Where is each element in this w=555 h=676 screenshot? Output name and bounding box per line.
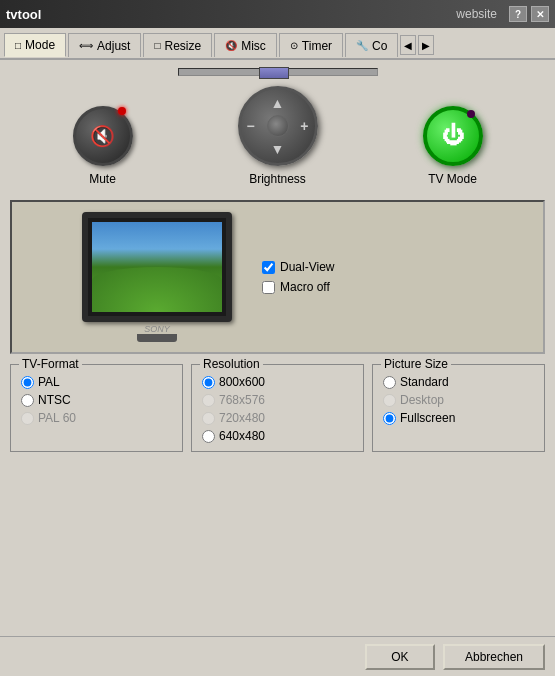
dpad-middle-row: − + [247,115,309,137]
slider-thumb[interactable] [259,67,289,79]
tv-format-pal-radio[interactable] [21,376,34,389]
dual-view-option: Dual-View [262,260,334,274]
tvmode-button[interactable]: ⏻ [423,106,483,166]
size-standard: Standard [383,375,534,389]
tab-misc-label: Misc [241,39,266,53]
res-720x480: 720x480 [202,411,353,425]
macro-off-label: Macro off [280,280,330,294]
res-800x600: 800x600 [202,375,353,389]
res-640x480-radio[interactable] [202,430,215,443]
cancel-button[interactable]: Abbrechen [443,644,545,670]
tv-format-title: TV-Format [19,357,82,371]
tv-format-pal: PAL [21,375,172,389]
mute-knob[interactable]: 🔇 [73,106,133,166]
tab-resize[interactable]: □ Resize [143,33,212,57]
tv-format-pal60: PAL 60 [21,411,172,425]
ok-button[interactable]: OK [365,644,435,670]
tv-base [137,334,177,342]
dpad-left-arrow[interactable]: − [247,118,255,134]
res-800x600-radio[interactable] [202,376,215,389]
size-fullscreen-label: Fullscreen [400,411,455,425]
timer-tab-icon: ⊙ [290,40,298,51]
res-768x576: 768x576 [202,393,353,407]
title-bar: tvtool website ? ✕ [0,0,555,28]
res-768x576-radio[interactable] [202,394,215,407]
help-button[interactable]: ? [509,6,527,22]
brightness-dpad[interactable]: ▲ − + ▼ [238,86,318,166]
mute-led [118,107,126,115]
res-640x480: 640x480 [202,429,353,443]
brightness-control: ▲ − + ▼ Brightness [238,86,318,186]
website-label[interactable]: website [456,7,497,21]
dpad-up-arrow[interactable]: ▲ [271,95,285,111]
mute-label: Mute [89,172,116,186]
tvmode-led [467,110,475,118]
controls-row: 🔇 Mute ▲ − + ▼ [10,86,545,186]
size-standard-radio[interactable] [383,376,396,389]
dpad-top-row: ▲ [247,95,309,111]
tv-brand: SONY [82,324,232,334]
tv-format-group: TV-Format PAL NTSC PAL 60 [10,364,183,452]
dual-view-checkbox[interactable] [262,261,275,274]
res-720x480-radio[interactable] [202,412,215,425]
tab-scroll-left[interactable]: ◀ [400,35,416,55]
tab-adjust[interactable]: ⟺ Adjust [68,33,141,57]
dpad-down-arrow[interactable]: ▼ [271,141,285,157]
tv-monitor: SONY [82,212,232,342]
title-bar-right: website ? ✕ [456,6,549,22]
close-button[interactable]: ✕ [531,6,549,22]
tv-screen-outer [82,212,232,322]
macro-off-option: Macro off [262,280,334,294]
tv-screen-hill [92,267,222,312]
options-row: TV-Format PAL NTSC PAL 60 Resolution 800… [10,364,545,452]
tab-co[interactable]: 🔧 Co [345,33,398,57]
mute-control: 🔇 Mute [73,106,133,186]
tab-mode[interactable]: □ Mode [4,33,66,57]
tv-inner: SONY Dual-View Macro off [22,212,533,342]
slider-track [178,68,378,76]
tab-timer[interactable]: ⊙ Timer [279,33,343,57]
res-768x576-label: 768x576 [219,393,265,407]
tv-options: Dual-View Macro off [262,260,334,294]
bottom-bar: OK Abbrechen [0,636,555,676]
resize-tab-icon: □ [154,40,160,51]
dpad-right-arrow[interactable]: + [300,118,308,134]
tab-misc[interactable]: 🔇 Misc [214,33,277,57]
misc-tab-icon: 🔇 [225,40,237,51]
tab-adjust-label: Adjust [97,39,130,53]
size-desktop: Desktop [383,393,534,407]
dpad-bottom-row: ▼ [247,141,309,157]
tab-timer-label: Timer [302,39,332,53]
resolution-title: Resolution [200,357,263,371]
picture-size-title: Picture Size [381,357,451,371]
power-icon: ⏻ [442,123,464,149]
tvmode-control: ⏻ TV Mode [423,106,483,186]
tv-format-ntsc-label: NTSC [38,393,71,407]
app-title: tvtool [6,7,41,22]
tv-section: SONY Dual-View Macro off [10,200,545,354]
dpad-center-btn[interactable] [267,115,289,137]
tv-screen [92,222,222,312]
res-640x480-label: 640x480 [219,429,265,443]
size-desktop-radio[interactable] [383,394,396,407]
tab-scroll-right[interactable]: ▶ [418,35,434,55]
size-standard-label: Standard [400,375,449,389]
brightness-label: Brightness [249,172,306,186]
top-slider-area [10,68,545,76]
tvmode-label: TV Mode [428,172,477,186]
size-fullscreen-radio[interactable] [383,412,396,425]
tab-co-label: Co [372,39,387,53]
co-tab-icon: 🔧 [356,40,368,51]
tv-format-pal-label: PAL [38,375,60,389]
mode-tab-icon: □ [15,40,21,51]
resolution-group: Resolution 800x600 768x576 720x480 640x4… [191,364,364,452]
tv-format-ntsc-radio[interactable] [21,394,34,407]
res-720x480-label: 720x480 [219,411,265,425]
mute-icon: 🔇 [90,124,115,148]
title-bar-left: tvtool [6,7,41,22]
tv-format-pal60-radio[interactable] [21,412,34,425]
size-desktop-label: Desktop [400,393,444,407]
macro-off-checkbox[interactable] [262,281,275,294]
picture-size-group: Picture Size Standard Desktop Fullscreen [372,364,545,452]
main-content: 🔇 Mute ▲ − + ▼ [0,60,555,636]
